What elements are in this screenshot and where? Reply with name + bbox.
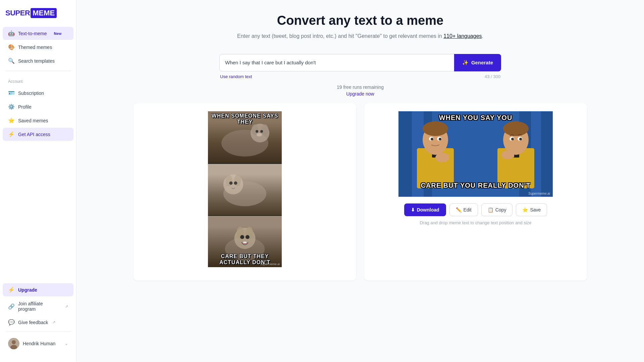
lightning-icon: ⚡ [8, 131, 15, 137]
svg-rect-51 [512, 152, 514, 158]
sidebar-item-join-affiliate[interactable]: 🔗 Join affiliate program ↗ [3, 298, 73, 315]
svg-point-9 [257, 133, 262, 136]
download-button[interactable]: ⬇ Download [404, 203, 446, 216]
save-button[interactable]: ⭐ Save [516, 203, 547, 216]
page-header: Convert any text to a meme Enter any tex… [76, 0, 644, 47]
svg-rect-36 [440, 154, 443, 160]
user-name: Hendrik Human [23, 341, 61, 346]
meme-card-left: WHEN SOMEONE SAYS THEY [133, 103, 356, 281]
generate-icon: ✨ [462, 60, 469, 66]
sidebar-item-label: Join affiliate program [18, 301, 61, 312]
copy-button[interactable]: 📋 Copy [481, 203, 513, 216]
sidebar: SUPERMEME 🤖 Text-to-meme New 🎨 Themed me… [0, 0, 76, 362]
sidebar-item-label: Search templates [18, 58, 55, 64]
left-meme-watermark: Supermeme.ai [260, 262, 280, 266]
svg-point-1 [12, 340, 16, 344]
svg-point-5 [262, 124, 268, 135]
svg-rect-49 [505, 151, 508, 158]
page-title: Convert any text to a meme [83, 13, 637, 28]
svg-point-54 [511, 138, 514, 140]
logo-meme-text: MEME [31, 8, 57, 18]
svg-point-41 [431, 138, 433, 140]
sidebar-item-label: Profile [18, 104, 32, 110]
avatar [8, 338, 19, 349]
sidebar-item-subscription[interactable]: 🪪 Subscription [3, 86, 73, 100]
dog-meme-strip: WHEN SOMEONE SAYS THEY [208, 111, 282, 267]
upgrade-button[interactable]: ⚡ Upgrade [3, 283, 73, 296]
sidebar-item-label: Subscription [18, 90, 44, 96]
kirk-bottom-text: CARE BUT YOU REALLY DON'T [404, 182, 548, 189]
sidebar-item-label: Text-to-meme [18, 31, 47, 36]
edit-button[interactable]: ✏️ Edit [449, 203, 478, 216]
free-runs-text: 19 free runs remaining [337, 84, 384, 90]
text-input-area: ✨ Generate [219, 54, 501, 71]
generate-label: Generate [471, 60, 493, 65]
logo[interactable]: SUPERMEME [0, 5, 76, 26]
robot-icon: 🤖 [8, 30, 15, 37]
svg-rect-37 [443, 154, 446, 160]
download-icon: ⬇ [411, 207, 415, 213]
account-label: Account [0, 74, 76, 86]
main-nav: 🤖 Text-to-meme New 🎨 Themed memes 🔍 Sear… [0, 26, 76, 68]
user-profile-row[interactable]: Hendrik Human ⌄ [3, 335, 73, 353]
download-label: Download [417, 207, 439, 213]
svg-point-20 [240, 235, 244, 239]
meme-text-input[interactable] [219, 54, 454, 71]
svg-rect-22 [243, 242, 247, 243]
logo-super-text: SUPER [5, 9, 30, 17]
divider-2 [5, 331, 71, 332]
new-badge: New [52, 31, 64, 36]
chevron-down-icon: ⌄ [65, 341, 68, 346]
action-buttons: ⬇ Download ✏️ Edit 📋 Copy ⭐ Save [404, 203, 547, 216]
sidebar-item-search-templates[interactable]: 🔍 Search templates [3, 54, 73, 67]
main-content: Convert any text to a meme Enter any tex… [76, 0, 644, 362]
meme-grid: WHEN SOMEONE SAYS THEY [125, 103, 595, 294]
svg-point-15 [234, 181, 237, 185]
kirk-meme: WHEN YOU SAY YOU CARE BUT YOU REALLY DON… [398, 111, 553, 197]
sidebar-item-profile[interactable]: ⚙️ Profile [3, 100, 73, 113]
svg-point-33 [423, 121, 448, 136]
svg-point-21 [246, 235, 250, 239]
free-runs-info: 19 free runs remaining Upgrade now [76, 84, 644, 97]
upgrade-now-link[interactable]: Upgrade now [76, 91, 644, 97]
meme-image-left: WHEN SOMEONE SAYS THEY [142, 111, 348, 267]
dog-panel-3: CARE BUT THEY ACTUALLY DON'T Supermeme.a… [208, 215, 282, 267]
kirk-top-text: WHEN YOU SAY YOU [404, 114, 548, 122]
sidebar-item-get-api-access[interactable]: ⚡ Get API access [3, 128, 73, 141]
sidebar-item-saved-memes[interactable]: ⭐ Saved memes [3, 114, 73, 127]
svg-point-6 [252, 124, 258, 135]
upgrade-label: Upgrade [18, 287, 37, 293]
external-link-icon: ↗ [65, 304, 68, 309]
random-text-link[interactable]: Use random text [220, 74, 252, 79]
meme-card-right: WHEN YOU SAY YOU CARE BUT YOU REALLY DON… [364, 103, 587, 281]
edit-icon: ✏️ [456, 207, 462, 213]
svg-rect-50 [508, 151, 511, 158]
svg-point-46 [503, 121, 529, 136]
external-link-icon: ↗ [52, 320, 55, 324]
sidebar-item-label: Themed memes [18, 45, 52, 50]
profile-icon: ⚙️ [8, 104, 15, 110]
subscription-icon: 🪪 [8, 90, 15, 96]
svg-rect-38 [446, 154, 449, 160]
meme-image-right: WHEN YOU SAY YOU CARE BUT YOU REALLY DON… [372, 111, 579, 197]
upgrade-lightning-icon: ⚡ [8, 287, 15, 293]
divider [5, 71, 71, 71]
sidebar-item-text-to-meme[interactable]: 🤖 Text-to-meme New [3, 27, 73, 40]
copy-label: Copy [495, 207, 506, 213]
account-section: Account 🪪 Subscription ⚙️ Profile ⭐ Save… [0, 74, 76, 141]
languages-link[interactable]: 110+ languages [443, 33, 482, 39]
search-icon: 🔍 [8, 58, 15, 64]
sidebar-item-give-feedback[interactable]: 💬 Give feedback ↗ [3, 316, 73, 329]
sidebar-item-themed-memes[interactable]: 🎨 Themed memes [3, 41, 73, 54]
edit-label: Edit [464, 207, 472, 213]
star-icon: ⭐ [8, 117, 15, 124]
svg-point-8 [256, 130, 258, 133]
svg-point-7 [260, 130, 263, 133]
svg-rect-48 [502, 152, 505, 158]
palette-icon: 🎨 [8, 44, 15, 50]
sidebar-item-label: Saved memes [18, 118, 48, 123]
dog-panel-1: WHEN SOMEONE SAYS THEY [208, 111, 282, 163]
generate-button[interactable]: ✨ Generate [454, 54, 501, 71]
drag-hint-text: Drag and drop meme text to change text p… [420, 220, 531, 225]
dog-panel-1-text: WHEN SOMEONE SAYS THEY [211, 113, 278, 125]
